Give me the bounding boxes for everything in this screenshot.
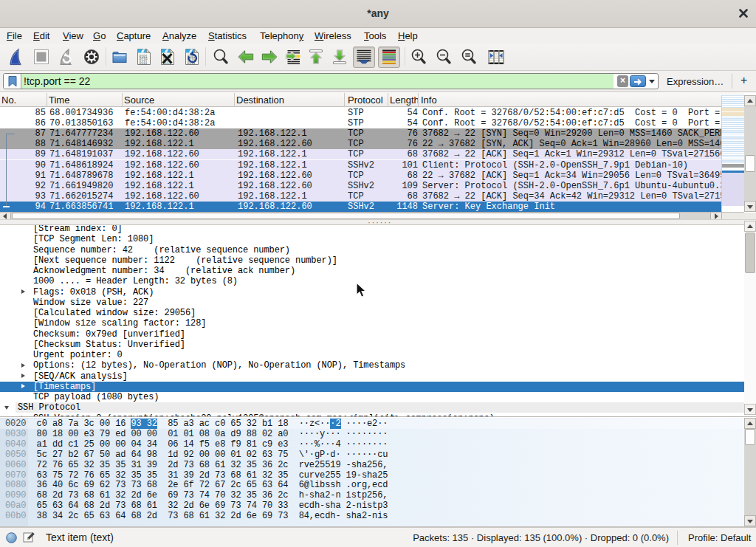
svg-text:0111: 0111 [140,61,148,65]
